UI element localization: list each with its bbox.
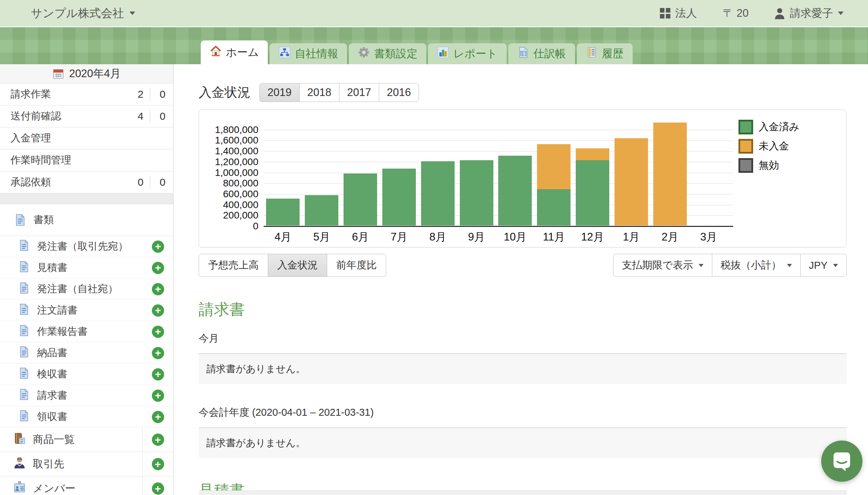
add-members-button[interactable]: + (152, 482, 164, 495)
sidebar-item-inspection-certificate[interactable]: 検収書+ (0, 364, 173, 385)
x-axis-line (264, 226, 733, 227)
bar-4月[interactable] (266, 199, 300, 226)
sidebar-item-documents[interactable]: 書類 (0, 204, 173, 236)
sidebar-item-label: 見積書 (37, 261, 145, 275)
org-type-item[interactable]: 法人 (660, 6, 697, 21)
x-axis-tick-label: 1月 (612, 230, 650, 244)
user-name: 請求愛子 (790, 6, 833, 21)
add-invoice-button[interactable]: + (152, 390, 164, 402)
bar-12月[interactable] (576, 148, 609, 226)
user-menu[interactable]: 請求愛子 (774, 6, 844, 21)
add-clients-button[interactable]: + (152, 458, 164, 470)
sidebar-item-purchase-order-client[interactable]: 発注書（取引先宛）+ (0, 236, 173, 257)
tab-company-info[interactable]: 自社情報 (270, 43, 347, 64)
tab-journal[interactable]: 仕訳帳 (508, 43, 575, 64)
bar-10月[interactable] (498, 156, 532, 226)
bar-segment-入金済み (344, 173, 377, 226)
bar-7月[interactable] (382, 169, 416, 226)
sidebar-item-clients[interactable]: 取引先+ (0, 452, 173, 476)
document-icon (18, 325, 30, 339)
org-icon (279, 46, 290, 61)
document-icon (18, 239, 30, 254)
bar-9月[interactable] (460, 160, 493, 226)
sidebar-documents-label: 書類 (34, 213, 54, 227)
add-order-confirmation-button[interactable]: + (152, 304, 164, 317)
bar-8月[interactable] (421, 161, 455, 226)
bar-1月[interactable] (615, 138, 648, 226)
chart-legend: 入金済み未入金無効 (738, 120, 800, 177)
add-inspection-certificate-button[interactable]: + (152, 368, 164, 381)
invoice-empty-row: 請求書がありません。 (199, 353, 847, 384)
x-axis-tick-label: 2月 (651, 230, 689, 244)
tab-report[interactable]: レポート (428, 43, 506, 64)
sidebar-item-approval-requests[interactable]: 承認依頼00 (0, 171, 173, 193)
bar-6月[interactable] (344, 173, 377, 226)
add-purchase-order-client-button[interactable]: + (152, 241, 164, 253)
sidebar-item-pre-send-check[interactable]: 送付前確認40 (0, 105, 173, 127)
user-icon (774, 7, 785, 19)
sidebar-item-work-time-management[interactable]: 作業時間管理 (0, 149, 173, 171)
y-axis-tick-label: 800,000 (199, 178, 258, 189)
sidebar-item-order-confirmation[interactable]: 注文請書+ (0, 300, 173, 321)
legend-swatch (738, 120, 753, 134)
x-axis-tick-label: 12月 (573, 230, 612, 244)
sidebar-item-label: 発注書（取引先宛） (37, 239, 145, 253)
legend-label: 未入金 (759, 139, 789, 153)
tab-history[interactable]: 履歴 (577, 43, 633, 64)
sidebar-item-invoice[interactable]: 請求書+ (0, 385, 173, 406)
task-counts: 20 (130, 88, 165, 101)
add-work-report-button[interactable]: + (152, 326, 164, 338)
y-axis-tick-label: 1,000,000 (199, 167, 258, 178)
sidebar-item-delivery-note[interactable]: 納品書+ (0, 342, 173, 364)
company-selector[interactable]: サンプル株式会社 (31, 6, 135, 21)
sidebar-item-label: 検収書 (37, 367, 145, 381)
year-button-2019[interactable]: 2019 (259, 83, 300, 102)
sidebar-item-purchase-order-self[interactable]: 発注書（自社宛）+ (0, 279, 173, 300)
sidebar-item-members[interactable]: メンバー+ (0, 476, 173, 495)
sidebar-item-product-list[interactable]: 商品一覧+ (0, 428, 173, 452)
topbar-right: 法人 〒 20 請求愛子 (660, 6, 844, 21)
bar-2月[interactable] (653, 123, 687, 226)
count-secondary: 0 (150, 88, 165, 100)
sidebar-month-header[interactable]: 2020年4月 (0, 64, 173, 83)
nav-band: ホーム自社情報書類設定レポート仕訳帳履歴 (0, 27, 868, 64)
year-button-2016[interactable]: 2016 (379, 83, 419, 102)
add-delivery-note-button[interactable]: + (152, 347, 164, 359)
view-button-0[interactable]: 予想売上高 (199, 254, 268, 277)
y-axis-tick-label: 1,200,000 (199, 156, 258, 168)
dropdown-tax-excluded-subtotal[interactable]: 税抜（小計） (712, 254, 801, 277)
dropdown-currency[interactable]: JPY (800, 254, 847, 277)
year-button-2017[interactable]: 2017 (339, 83, 379, 102)
sidebar-item-billing-tasks[interactable]: 請求作業20 (0, 83, 173, 105)
add-purchase-order-self-button[interactable]: + (152, 283, 164, 295)
sidebar-bottom-list: 商品一覧+取引先+メンバー+ (0, 428, 173, 495)
year-selector: 2019201820172016 (259, 83, 419, 102)
year-button-2018[interactable]: 2018 (299, 83, 339, 102)
y-axis-tick-label: 0 (199, 221, 258, 232)
bar-11月[interactable] (537, 144, 571, 226)
document-icon (18, 303, 30, 318)
dropdown-display-by-due-date[interactable]: 支払期限で表示 (613, 254, 712, 277)
tab-home[interactable]: ホーム (201, 40, 268, 64)
sidebar-item-quote[interactable]: 見積書+ (0, 257, 173, 279)
view-button-2[interactable]: 前年度比 (327, 254, 386, 277)
add-quote-button[interactable]: + (152, 262, 164, 274)
bar-5月[interactable] (305, 195, 338, 226)
sidebar-item-label: 送付前確認 (10, 109, 130, 123)
sidebar-item-label: 作業時間管理 (10, 153, 165, 167)
chat-launcher-button[interactable] (821, 441, 862, 482)
postal-label: 〒 20 (723, 6, 749, 21)
chart-title: 入金状況 (199, 84, 250, 101)
sidebar-item-work-report[interactable]: 作業報告書+ (0, 321, 173, 342)
postal-indicator[interactable]: 〒 20 (723, 6, 749, 21)
add-product-list-button[interactable]: + (152, 434, 164, 446)
bar-segment-未入金 (537, 144, 571, 190)
document-icon (18, 346, 30, 360)
view-button-1[interactable]: 入金状況 (268, 254, 327, 277)
bar-segment-入金済み (266, 199, 300, 226)
sidebar-item-payment-management[interactable]: 入金管理 (0, 127, 173, 149)
tab-document-settings[interactable]: 書類設定 (349, 43, 426, 64)
sidebar-item-receipt[interactable]: 領収書+ (0, 406, 173, 428)
sidebar-document-list: 発注書（取引先宛）+見積書+発注書（自社宛）+注文請書+作業報告書+納品書+検収… (0, 236, 173, 428)
add-receipt-button[interactable]: + (152, 411, 164, 423)
